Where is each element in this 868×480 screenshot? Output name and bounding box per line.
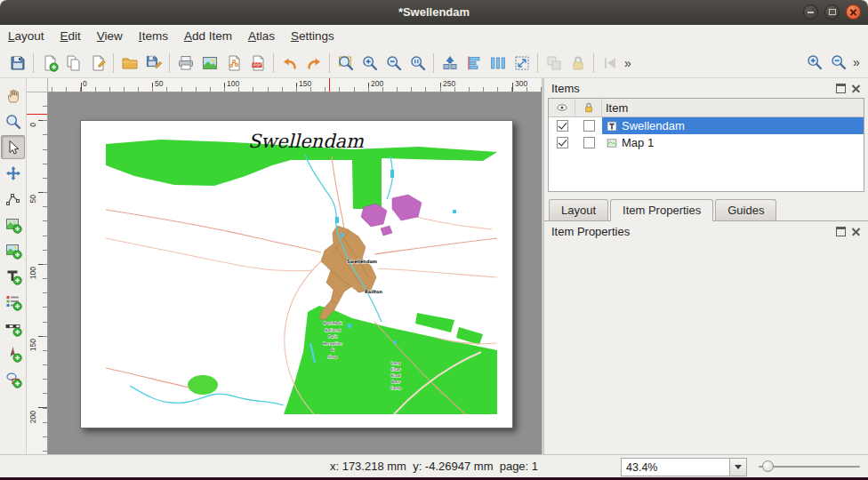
lock-items-button[interactable] [566, 51, 590, 76]
window-controls [803, 4, 861, 20]
export-image-button[interactable] [197, 51, 221, 76]
duplicate-layout-button[interactable] [61, 51, 85, 76]
zoom-in-button[interactable] [358, 51, 382, 76]
maximize-button[interactable] [824, 4, 840, 20]
statusbar: x: 173.218 mm y: -4.26947 mm page: 1 43.… [0, 454, 868, 477]
export-pdf-button[interactable] [245, 51, 269, 76]
edit-nodes-item-button[interactable] [1, 187, 25, 211]
menu-add-item[interactable]: Add Item [176, 25, 240, 46]
menu-items[interactable]: Items [131, 25, 176, 46]
export-svg-button[interactable] [221, 51, 245, 76]
v-ruler-label: 50 [28, 195, 37, 203]
map-item[interactable]: Swellendam Railton Bontebok National Par… [106, 140, 497, 414]
visibility-column-icon [556, 101, 568, 114]
map-label-town: Swellendam [347, 259, 377, 264]
v-ruler-label: 0 [28, 123, 37, 127]
item-properties-float-button[interactable] [836, 227, 846, 236]
canvas-zoom-out-button[interactable] [826, 50, 850, 75]
print-button[interactable] [173, 51, 197, 76]
tab-guides[interactable]: Guides [715, 199, 776, 220]
layout-workspace: 0 50 100 150 200 250 300 0 50 100 150 20… [27, 78, 542, 455]
item-properties-title: Item Properties [551, 225, 836, 238]
main-toolbar [0, 48, 868, 78]
tab-item-properties[interactable]: Item Properties [610, 199, 713, 221]
item-column-header: Item [602, 99, 864, 116]
distribute-items-button[interactable] [486, 51, 510, 76]
menu-view[interactable]: View [89, 25, 131, 46]
h-ruler-label: 50 [155, 79, 163, 88]
close-button[interactable] [846, 4, 861, 20]
visibility-checkbox[interactable] [557, 137, 568, 148]
items-panel-float-button[interactable] [836, 84, 846, 93]
atlas-first-feature-button[interactable] [598, 51, 622, 76]
lock-checkbox[interactable] [583, 120, 595, 132]
menu-settings[interactable]: Settings [283, 25, 342, 46]
zoom-tool-button[interactable] [1, 109, 25, 133]
save-project-button[interactable] [5, 51, 29, 76]
minimize-button[interactable] [803, 4, 818, 20]
toolbar-separator [593, 53, 594, 73]
menu-edit[interactable]: Edit [52, 25, 89, 46]
map-label-park: Bontebok [324, 321, 342, 325]
add-shape-button[interactable] [1, 367, 25, 391]
menu-layout[interactable]: Layout [0, 25, 52, 46]
zoom-full-button[interactable] [334, 51, 358, 76]
window-title: *Swellendam [0, 5, 868, 19]
undo-button[interactable] [277, 51, 301, 76]
lock-checkbox[interactable] [583, 137, 595, 148]
layout-manager-button[interactable] [85, 51, 109, 76]
pan-layout-button[interactable] [1, 84, 25, 108]
add-scale-bar-button[interactable] [1, 316, 25, 340]
tab-layout[interactable]: Layout [549, 199, 608, 220]
group-items-button[interactable] [542, 51, 566, 76]
ruler-cursor-marker-vertical [27, 114, 47, 115]
zoom-out-button[interactable] [382, 51, 406, 76]
add-picture-button[interactable] [1, 238, 25, 262]
toolbar-overflow-button[interactable] [622, 51, 634, 76]
titlebar[interactable]: *Swellendam [0, 0, 868, 26]
menu-atlas[interactable]: Atlas [240, 25, 283, 46]
zoom-dropdown-button[interactable] [729, 459, 746, 476]
label-item-page-title[interactable]: Swellendam [248, 131, 364, 152]
zoom-slider-track[interactable] [759, 466, 860, 468]
canvas-zoom-in-button[interactable] [802, 50, 826, 75]
menubar: LayoutEditViewItemsAdd ItemAtlasSettings [0, 25, 868, 48]
items-panel-close-button[interactable] [851, 84, 861, 93]
zoom-actual-button[interactable] [406, 51, 430, 76]
redo-button[interactable] [301, 51, 326, 76]
add-map-button[interactable] [1, 212, 25, 236]
add-legend-button[interactable] [1, 290, 25, 314]
map-label-park: Park [328, 334, 337, 339]
zoom-level-combo[interactable]: 43.4% [621, 458, 747, 476]
h-ruler-label: 250 [443, 79, 455, 88]
add-items-from-template-button[interactable] [117, 51, 141, 76]
vertical-ruler[interactable]: 0 50 100 150 200 [27, 92, 48, 455]
save-as-template-button[interactable] [141, 51, 165, 76]
horizontal-ruler[interactable]: 0 50 100 150 200 250 300 [48, 78, 542, 92]
zoom-slider[interactable] [759, 455, 860, 477]
item-properties-close-button[interactable] [851, 227, 861, 236]
lock-column-icon [583, 101, 595, 114]
h-ruler-label: 200 [371, 79, 383, 88]
item-properties-content [544, 241, 868, 455]
align-items-button[interactable] [462, 51, 486, 76]
items-row-map1[interactable]: Map 1 [549, 134, 864, 151]
items-list: Item Swellendam Map 1 [548, 98, 864, 192]
new-layout-button[interactable] [37, 51, 61, 76]
zoom-slider-handle[interactable] [762, 460, 774, 472]
items-row-swellendam[interactable]: Swellendam [549, 117, 864, 134]
select-move-item-button[interactable] [1, 135, 25, 159]
h-ruler-label: 0 [83, 79, 87, 88]
add-north-arrow-button[interactable] [1, 341, 25, 365]
layout-page[interactable]: Swellendam Railton Bontebok National Par… [80, 120, 513, 428]
zoom-toolbar-overflow-button[interactable] [850, 50, 863, 75]
item-label: Map 1 [622, 136, 654, 149]
items-list-empty-area[interactable] [549, 151, 864, 191]
visibility-checkbox[interactable] [557, 120, 568, 132]
toolbar-separator [169, 53, 170, 73]
layout-canvas[interactable]: Swellendam Railton Bontebok National Par… [48, 92, 542, 455]
raise-items-button[interactable] [438, 51, 462, 76]
resize-items-button[interactable] [510, 51, 534, 76]
move-item-content-button[interactable] [1, 161, 25, 185]
add-label-button[interactable] [1, 264, 25, 288]
